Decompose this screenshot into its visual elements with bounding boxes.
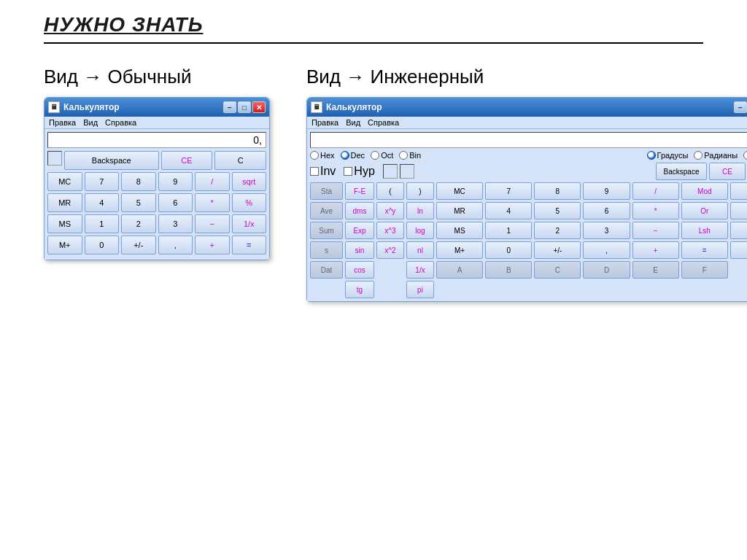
equals-button[interactable]: =: [232, 236, 267, 254]
btn-0[interactable]: 0: [85, 236, 120, 254]
tg-button[interactable]: tg: [345, 281, 374, 298]
eng-btn-9[interactable]: 9: [583, 182, 630, 200]
openparen-button[interactable]: (: [376, 182, 404, 200]
btn-A[interactable]: A: [436, 261, 483, 279]
xpow3-button[interactable]: x^3: [376, 222, 404, 239]
xor-button[interactable]: Xor: [730, 202, 747, 219]
eng-check-btn2[interactable]: [400, 164, 414, 179]
btn-3[interactable]: 3: [158, 214, 193, 233]
eng-mplus-button[interactable]: M+: [436, 241, 483, 259]
s-button[interactable]: s: [310, 241, 343, 259]
ave-button[interactable]: Ave: [310, 202, 343, 219]
eng-minimize-button[interactable]: −: [734, 101, 747, 113]
eng-check-btn[interactable]: [383, 164, 398, 179]
sin-button[interactable]: sin: [345, 241, 374, 259]
eng-multiply-button[interactable]: *: [632, 202, 679, 219]
eng-btn-0[interactable]: 0: [485, 241, 532, 259]
or-button[interactable]: Or: [681, 202, 728, 219]
sta-button[interactable]: Sta: [310, 182, 343, 200]
pi-button[interactable]: pi: [406, 281, 434, 298]
sum-button[interactable]: Sum: [310, 222, 343, 239]
btn-1[interactable]: 1: [85, 214, 120, 233]
minimize-button[interactable]: −: [223, 101, 236, 113]
oct-radio[interactable]: Oct: [371, 151, 393, 160]
eng-btn-2[interactable]: 2: [534, 222, 581, 239]
percent-button[interactable]: %: [232, 193, 267, 212]
mc-button[interactable]: MC: [47, 172, 82, 191]
xpowy-button[interactable]: x^y: [376, 202, 404, 219]
not-button[interactable]: Not: [730, 222, 747, 239]
btn-C[interactable]: C: [534, 261, 581, 279]
hyp-checkbox[interactable]: Hyp: [344, 165, 374, 178]
eng-menu-vid[interactable]: Вид: [346, 118, 360, 127]
eng-ms-button[interactable]: MS: [436, 222, 483, 239]
dec-radio[interactable]: Dec: [341, 151, 365, 160]
hex-radio[interactable]: Hex: [310, 151, 335, 160]
eng-backspace-button[interactable]: Backspace: [656, 163, 707, 180]
fe-button[interactable]: F-E: [345, 182, 374, 200]
c-button[interactable]: C: [214, 151, 266, 170]
btn-B[interactable]: B: [485, 261, 532, 279]
eng-btn-8[interactable]: 8: [534, 182, 581, 200]
ms-button[interactable]: MS: [47, 214, 82, 233]
menu-vid[interactable]: Вид: [83, 118, 98, 127]
btn-6[interactable]: 6: [158, 193, 193, 212]
btn-5[interactable]: 5: [121, 193, 156, 212]
multiply-button[interactable]: *: [195, 193, 230, 212]
eng-divide-button[interactable]: /: [632, 182, 679, 200]
eng-btn-6[interactable]: 6: [583, 202, 630, 219]
cos-button[interactable]: cos: [345, 261, 374, 279]
eng-btn-3[interactable]: 3: [583, 222, 630, 239]
eng-btn-5[interactable]: 5: [534, 202, 581, 219]
int-button[interactable]: Int: [730, 241, 747, 259]
xpow2-button[interactable]: x^2: [376, 241, 404, 259]
reciprocal-button[interactable]: 1/x: [232, 214, 267, 233]
closeparen-button[interactable]: ): [406, 182, 434, 200]
backspace-button[interactable]: Backspace: [64, 151, 159, 170]
mplus-button[interactable]: M+: [47, 236, 82, 254]
menu-spravka[interactable]: Справка: [105, 118, 136, 127]
btn-4[interactable]: 4: [85, 193, 120, 212]
dat-button[interactable]: Dat: [310, 261, 343, 279]
eng-decimal-button[interactable]: ,: [583, 241, 630, 259]
lsh-button[interactable]: Lsh: [681, 222, 728, 239]
rad-radio[interactable]: Радианы: [694, 151, 738, 160]
and-button[interactable]: And: [730, 182, 747, 200]
eng-reciprocal-button[interactable]: 1/x: [406, 261, 434, 279]
btn-7[interactable]: 7: [85, 172, 120, 191]
mr-button[interactable]: MR: [47, 193, 82, 212]
eng-menu-pravka[interactable]: Правка: [311, 118, 338, 127]
btn-E[interactable]: E: [632, 261, 679, 279]
log-button[interactable]: log: [406, 222, 434, 239]
eng-btn-4[interactable]: 4: [485, 202, 532, 219]
btn-9[interactable]: 9: [158, 172, 193, 191]
btn-F[interactable]: F: [681, 261, 728, 279]
simple-check-btn[interactable]: [47, 151, 62, 166]
eng-btn-7[interactable]: 7: [485, 182, 532, 200]
add-button[interactable]: +: [195, 236, 230, 254]
ln-button[interactable]: ln: [406, 202, 434, 219]
eng-sign-button[interactable]: +/-: [534, 241, 581, 259]
exp-button[interactable]: Exp: [345, 222, 374, 239]
menu-pravka[interactable]: Правка: [49, 118, 76, 127]
sign-button[interactable]: +/-: [121, 236, 156, 254]
decimal-button[interactable]: ,: [158, 236, 193, 254]
btn-8[interactable]: 8: [121, 172, 156, 191]
eng-menu-spravka[interactable]: Справка: [368, 118, 399, 127]
eng-mr-button[interactable]: MR: [436, 202, 483, 219]
eng-btn-1[interactable]: 1: [485, 222, 532, 239]
bin-radio[interactable]: Bin: [399, 151, 421, 160]
grads-radio[interactable]: Грады: [743, 151, 747, 160]
close-button[interactable]: ✕: [252, 101, 266, 113]
ce-button[interactable]: CE: [161, 151, 213, 170]
dms-button[interactable]: dms: [345, 202, 374, 219]
subtract-button[interactable]: −: [195, 214, 230, 233]
sqrt-button[interactable]: sqrt: [232, 172, 267, 191]
eng-add-button[interactable]: +: [632, 241, 679, 259]
eng-subtract-button[interactable]: −: [632, 222, 679, 239]
inv-checkbox[interactable]: Inv: [310, 165, 336, 178]
btn-D[interactable]: D: [583, 261, 630, 279]
eng-equals-button[interactable]: =: [681, 241, 728, 259]
eng-ce-button[interactable]: CE: [709, 163, 746, 180]
grad-radio[interactable]: Градусы: [647, 151, 689, 160]
